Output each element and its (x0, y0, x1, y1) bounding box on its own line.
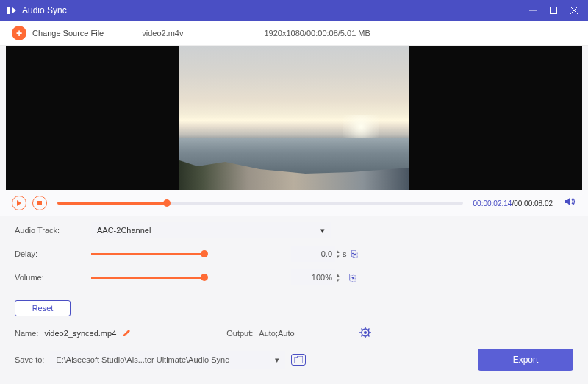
apply-delay-icon[interactable]: ⎘ (351, 248, 357, 260)
timecode: 00:00:02.14/00:00:08.02 (473, 199, 553, 207)
export-button[interactable]: Export (478, 349, 573, 371)
save-path-select[interactable]: E:\Aiseesoft Studio\Ais...ter Ultimate\A… (50, 351, 285, 369)
open-folder-icon[interactable] (291, 354, 306, 366)
chevron-down-icon: ▾ (320, 226, 325, 235)
apply-volume-icon[interactable]: ⎘ (349, 271, 355, 283)
svg-point-7 (364, 331, 367, 334)
svg-rect-5 (37, 201, 42, 205)
step-up-icon[interactable]: ▴ (337, 249, 340, 254)
stop-button[interactable] (32, 196, 47, 210)
play-button[interactable] (12, 196, 26, 210)
app-logo-icon (6, 4, 18, 16)
name-label: Name: (15, 329, 38, 338)
app-title: Audio Sync (22, 5, 528, 15)
close-button[interactable] (569, 5, 579, 15)
progress-fill (57, 202, 167, 205)
progress-bar[interactable] (57, 202, 463, 205)
output-format-value: Auto;Auto (259, 329, 294, 338)
delay-slider-thumb[interactable] (201, 250, 208, 257)
source-file-info: 1920x1080/00:00:08/5.01 MB (265, 29, 370, 38)
output-name-value: video2_synced.mp4 (44, 329, 116, 338)
delay-stepper[interactable]: ▴▾ (337, 249, 340, 259)
progress-thumb[interactable] (163, 199, 171, 207)
svg-rect-2 (551, 7, 557, 14)
video-preview (6, 46, 582, 190)
svg-line-13 (368, 335, 369, 337)
controls-panel: Audio Track: AAC-2Channel ▾ Delay: 0.0 ▴… (0, 216, 588, 285)
volume-slider-thumb[interactable] (201, 274, 208, 281)
source-filename: video2.m4v (142, 29, 183, 38)
player-bar: 00:00:02.14/00:00:08.02 (0, 190, 588, 216)
file-toolbar: + Change Source File video2.m4v 1920x108… (0, 21, 588, 46)
svg-rect-0 (7, 7, 10, 14)
step-down-icon[interactable]: ▾ (337, 254, 340, 259)
video-frame (179, 46, 409, 190)
chevron-down-icon: ▾ (275, 355, 279, 365)
plus-icon: + (12, 26, 26, 40)
maximize-button[interactable] (548, 5, 559, 15)
titlebar: Audio Sync (0, 0, 588, 21)
delay-slider[interactable] (91, 253, 204, 255)
output-settings-icon[interactable] (359, 327, 371, 340)
total-time: 00:00:08.02 (514, 199, 553, 207)
delay-unit: s (343, 249, 347, 258)
volume-input[interactable]: 100% (291, 269, 335, 285)
delay-input[interactable]: 0.0 (291, 246, 335, 262)
saveto-label: Save to: (15, 355, 44, 364)
volume-icon[interactable] (564, 196, 576, 210)
change-source-button[interactable]: + Change Source File (12, 26, 104, 40)
svg-line-12 (361, 329, 362, 330)
volume-stepper[interactable]: ▴▾ (337, 272, 340, 282)
volume-label: Volume: (15, 273, 91, 282)
audio-track-label: Audio Track: (15, 226, 91, 235)
edit-name-icon[interactable] (122, 327, 132, 339)
minimize-button[interactable] (528, 5, 538, 15)
output-row: Name: video2_synced.mp4 Output: Auto;Aut… (0, 316, 588, 344)
delay-label: Delay: (15, 249, 91, 258)
save-path-value: E:\Aiseesoft Studio\Ais...ter Ultimate\A… (56, 355, 229, 364)
footer: Save to: E:\Aiseesoft Studio\Ais...ter U… (0, 344, 588, 378)
reset-button[interactable]: Reset (15, 300, 71, 316)
step-up-icon[interactable]: ▴ (337, 272, 340, 277)
step-down-icon[interactable]: ▾ (337, 277, 340, 282)
current-time: 00:00:02.14 (473, 199, 512, 207)
svg-line-15 (368, 329, 369, 330)
audio-track-value: AAC-2Channel (97, 226, 151, 235)
change-source-label: Change Source File (32, 29, 104, 38)
audio-track-select[interactable]: AAC-2Channel ▾ (91, 222, 331, 238)
svg-line-14 (361, 335, 362, 337)
output-label: Output: (226, 329, 253, 338)
volume-slider[interactable] (91, 277, 204, 279)
